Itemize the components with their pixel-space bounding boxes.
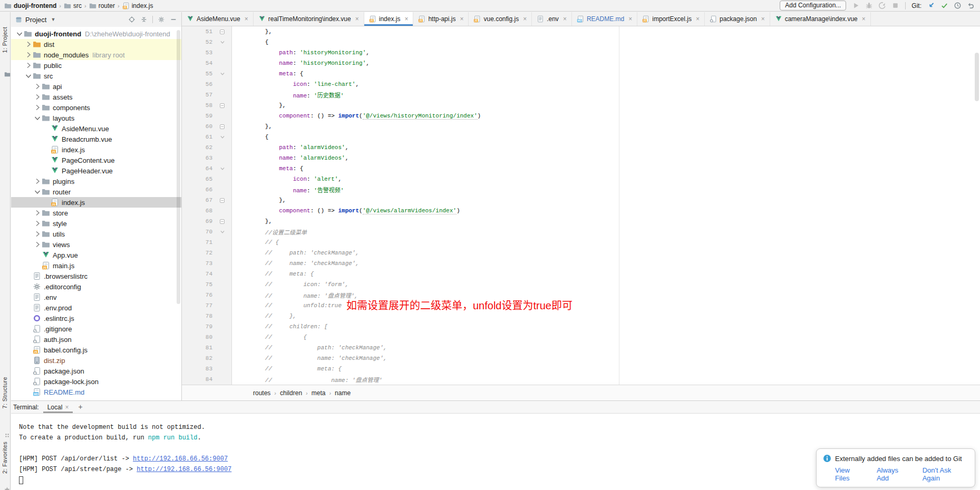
tree-item[interactable]: .eslintrc.js [11,313,181,324]
tree-item[interactable]: node_moduleslibrary root [11,50,181,60]
code-breadcrumb-item[interactable]: routes [253,389,270,397]
tree-item[interactable]: App.vue [11,250,181,260]
settings-icon[interactable] [158,16,165,23]
dots-icon[interactable] [4,433,10,438]
chevron-collapsed-icon[interactable] [33,240,42,249]
tree-item[interactable]: plugins [11,176,181,187]
close-icon[interactable]: × [460,15,463,23]
close-icon[interactable]: × [245,15,248,23]
tree-item[interactable]: router [11,187,181,197]
breadcrumb-item[interactable]: src [64,2,82,9]
star-icon[interactable] [4,486,11,490]
code-editor[interactable]: 51 },52 {53 path: 'historyMonitoring',54… [182,26,980,385]
git-update-icon[interactable] [927,2,935,9]
editor-tab[interactable]: MDREADME.md× [572,12,637,26]
chevron-collapsed-icon[interactable] [33,103,42,112]
editor-tab[interactable]: JShttp-api.js× [413,12,469,26]
tree-item[interactable]: utils [11,229,181,239]
tree-item[interactable]: AsideMenu.vue [11,123,181,134]
close-icon[interactable]: × [761,15,765,23]
locate-icon[interactable] [128,16,135,23]
chevron-down-icon[interactable]: ▼ [51,17,55,22]
breadcrumb-item[interactable]: duoji-frontend [4,2,56,9]
breadcrumb-item[interactable]: JSindex.js [122,2,153,9]
editor-tab[interactable]: JSvue.config.js× [469,12,532,26]
close-icon[interactable]: × [65,404,69,411]
chevron-collapsed-icon[interactable] [33,209,42,217]
close-icon[interactable]: × [563,15,567,23]
tree-item[interactable]: JSindex.js [11,197,181,208]
chevron-expanded-icon[interactable] [15,30,24,38]
chevron-collapsed-icon[interactable] [24,51,33,59]
chevron-expanded-icon[interactable] [33,188,42,196]
tree-item[interactable]: PageHeader.vue [11,165,181,176]
terminal-tab-local[interactable]: Local × [43,404,73,413]
close-icon[interactable]: × [404,15,408,23]
close-icon[interactable]: × [523,15,527,23]
bug-icon[interactable] [865,2,873,9]
chevron-collapsed-icon[interactable] [33,177,42,185]
fold-expanded-icon[interactable] [220,71,225,76]
tree-item[interactable]: .browserslistrc [11,271,181,281]
git-commit-icon[interactable] [940,2,948,9]
tree-item[interactable]: .editorconfig [11,281,181,292]
code-breadcrumb-item[interactable]: children [280,389,302,397]
tree-item[interactable]: dist.zip [11,355,181,366]
fold-marker-icon[interactable] [220,198,225,203]
stop-icon[interactable] [891,2,899,9]
tree-item[interactable]: JSbabel.config.js [11,345,181,355]
chevron-collapsed-icon[interactable] [24,61,33,70]
tree-item[interactable]: assets [11,92,181,102]
fold-marker-icon[interactable] [220,124,225,129]
fold-expanded-icon[interactable] [220,166,225,171]
tree-item[interactable]: {}package.json [11,366,181,376]
chevron-collapsed-icon[interactable] [33,230,42,238]
clock-icon[interactable] [954,2,962,9]
editor-tab[interactable]: .env× [532,12,572,26]
editor-tab[interactable]: cameraManage\index.vue× [770,12,871,26]
fold-expanded-icon[interactable] [220,229,225,234]
fold-expanded-icon[interactable] [220,40,225,45]
tree-item[interactable]: dist [11,39,181,50]
fold-marker-icon[interactable] [220,30,225,34]
tree-item[interactable]: api [11,81,181,92]
code-breadcrumb-item[interactable]: meta [312,389,326,397]
rollback-icon[interactable] [967,2,975,9]
chevron-expanded-icon[interactable] [33,114,42,122]
tree-item[interactable]: {}auth.json [11,334,181,345]
code-breadcrumb-item[interactable]: name [335,389,351,397]
profile-icon[interactable] [878,2,886,9]
notification-action-link[interactable]: Don't Ask Again [923,466,968,482]
tree-item[interactable]: store [11,208,181,218]
chevron-collapsed-icon[interactable] [33,82,42,91]
tool-window-button-structure[interactable]: 7: Structure [2,377,8,408]
close-icon[interactable]: × [628,15,632,23]
tree-item[interactable]: duoji-frontendD:\zheheWeb\duoji-frontend [11,28,181,39]
terminal-link[interactable]: http://192.168.66.56:9007 [133,455,228,463]
tool-window-button-project[interactable]: 1: Project [2,27,8,53]
terminal-link[interactable]: http://192.168.66.56:9007 [137,466,231,473]
fold-marker-icon[interactable] [220,103,225,108]
tree-item[interactable]: JSmain.js [11,260,181,271]
editor-tab[interactable]: {}package.json× [705,12,770,26]
close-icon[interactable]: × [696,15,700,23]
tree-item[interactable]: JSindex.js [11,144,181,155]
project-panel-title[interactable]: Project [25,16,46,24]
fold-marker-icon[interactable] [220,219,225,224]
notification-action-link[interactable]: Always Add [877,466,911,482]
minimize-icon[interactable] [170,16,177,23]
play-icon[interactable] [852,2,860,9]
tree-item[interactable]: components [11,102,181,113]
tree-item[interactable]: MDREADME.md [11,387,181,397]
collapse-all-icon[interactable] [140,16,148,23]
tree-scrollbar[interactable] [177,30,180,304]
editor-tab[interactable]: AsideMenu.vue× [182,12,254,26]
chevron-collapsed-icon[interactable] [24,40,33,48]
chevron-expanded-icon[interactable] [24,72,33,80]
editor-scrollbar[interactable] [975,53,979,101]
project-tab-icon[interactable] [4,71,11,77]
tree-item[interactable]: {}package-lock.json [11,376,181,387]
chevron-collapsed-icon[interactable] [33,219,42,228]
editor-tab[interactable]: realTimeMonitoring\index.vue× [254,12,364,26]
new-terminal-button[interactable]: + [73,403,88,413]
